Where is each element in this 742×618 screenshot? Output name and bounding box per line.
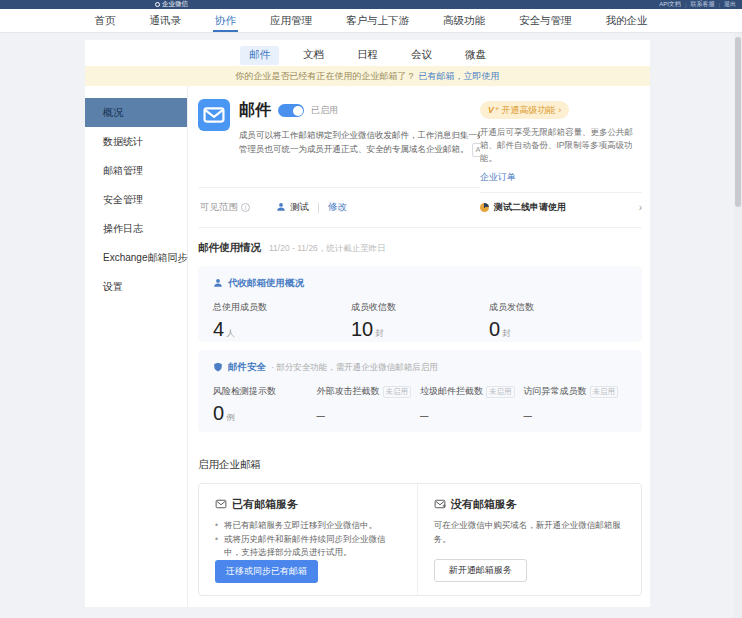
visibility-label: 可见范围 i [200,201,250,214]
nav-item-premium[interactable]: 高级功能 [426,9,502,32]
disabled-tag: 未启用 [486,386,515,398]
collab-subtabs: 邮件 文档 日程 会议 微盘 [85,44,650,66]
notice-banner: 你的企业是否已经有正在使用的企业邮箱了？ 已有邮箱，立即使用 [85,66,650,86]
collect-card-heading: 代收邮箱使用概况 [213,277,627,290]
premium-promo-panel: V⁺ 开通高级功能 › 开通后可享受无限邮箱容量、更多公共邮箱、邮件自动备份、I… [480,99,642,214]
enable-mailbox-section: 启用企业邮箱 已有邮箱服务 将已有邮箱服务立即迁移到企业微信中。 [198,458,642,596]
sidebar-item-exchange-sync[interactable]: Exchange邮箱同步 [85,243,187,272]
sidebar-item-settings[interactable]: 设置 [85,272,187,301]
divider: | [718,2,720,8]
upgrade-premium-button[interactable]: V⁺ 开通高级功能 › [480,101,569,119]
nav-item-security[interactable]: 安全与管理 [502,9,589,32]
nav-item-my-company[interactable]: 我的企业 [589,9,665,32]
wework-logo-text: 企业微信 [162,0,188,9]
mail-app-text: 邮件 已启用 成员可以将工作邮箱绑定到企业微信收发邮件，工作消息归集一处； 管理… [239,99,497,157]
stat-received-mails: 成员收信数 10封 [351,301,489,339]
disabled-tag: 未启用 [383,386,412,398]
stat-total-members: 总使用成员数 4人 [213,301,351,339]
stat-abnormal-access: 访问异常成员数未启用 – [524,385,628,423]
person-icon [276,202,286,214]
nav-item-home[interactable]: 首页 [78,9,133,32]
mail-description-line1: 成员可以将工作邮箱绑定到企业微信收发邮件，工作消息归集一处； [239,129,497,143]
wework-admin-page: 企业微信 API文档 | 联系客服 | 退出 首页 通讯录 协作 应用管理 客户… [0,0,742,618]
migrate-sync-button[interactable]: 迁移或同步已有邮箱 [215,560,318,583]
wework-logo-icon [155,2,160,7]
shield-icon [213,362,223,374]
no-mailbox-heading: 没有邮箱服务 [434,497,517,512]
use-existing-mailbox-link[interactable]: 已有邮箱，立即使用 [419,70,500,83]
sidebar-item-operation-log[interactable]: 操作日志 [85,214,187,243]
trial-badge-icon [480,203,489,212]
stat-spam-blocks: 垃圾邮件拦截数未启用 – [420,385,524,423]
tab-meeting[interactable]: 会议 [402,46,441,65]
tab-docs[interactable]: 文档 [294,46,333,65]
sidebar-item-overview[interactable]: 概况 [85,98,187,127]
envelope-plus-icon [434,498,446,512]
company-orders-link[interactable]: 企业订单 [480,171,516,184]
banner-text: 你的企业是否已经有正在使用的企业邮箱了？ [236,70,416,83]
usage-heading: 邮件使用情况 11/20 - 11/26，统计截止至昨日 [198,241,642,255]
sidebar-item-mailbox-management[interactable]: 邮箱管理 [85,156,187,185]
disabled-tag: 未启用 [590,386,619,398]
collect-mailbox-card: 代收邮箱使用概况 总使用成员数 4人 成员收信数 10封 [198,266,642,342]
usage-period: 11/20 - 11/26，统计截止至昨日 [269,243,386,255]
divider [480,192,642,193]
sidebar-item-statistics[interactable]: 数据统计 [85,127,187,156]
envelope-icon [215,498,227,512]
usage-title: 邮件使用情况 [198,241,261,255]
contact-support-link[interactable]: 联系客服 [690,0,714,9]
top-bar: 企业微信 API文档 | 联系客服 | 退出 [0,0,742,9]
stat-sent-mails: 成员发信数 0封 [489,301,627,339]
main-nav: 首页 通讯录 协作 应用管理 客户与上下游 高级功能 安全与管理 我的企业 [0,9,742,33]
new-mailbox-button[interactable]: 新开通邮箱服务 [434,559,527,582]
mail-sidebar: 概况 数据统计 邮箱管理 安全管理 操作日志 Exchange邮箱同步 设置 [85,86,188,607]
sidebar-item-security-management[interactable]: 安全管理 [85,185,187,214]
tab-mail[interactable]: 邮件 [240,46,279,65]
chevron-right-icon: › [639,202,642,213]
stat-attack-blocks: 外部攻击拦截数未启用 – [317,385,421,423]
person-icon [213,278,223,290]
divider [318,203,319,213]
logout-link[interactable]: 退出 [724,0,736,9]
nav-item-collaboration[interactable]: 协作 [198,9,253,32]
usage-section: 邮件使用情况 11/20 - 11/26，统计截止至昨日 代收邮箱使用概况 [198,241,642,432]
info-icon[interactable]: i [241,203,250,212]
divider [198,227,642,228]
mail-security-card: 邮件安全 · 部分安全功能，需开通企业微信邮箱后启用 风险检测提示数 0例 外部… [198,350,642,432]
page-title: 邮件 [239,100,271,121]
enable-section-title: 启用企业邮箱 [198,458,642,472]
premium-description: 开通后可享受无限邮箱容量、更多公共邮箱、邮件自动备份、IP限制等多项高级功能。 [480,126,642,166]
chevron-right-icon: › [558,105,561,115]
card-body: 概况 数据统计 邮箱管理 安全管理 操作日志 Exchange邮箱同步 设置 [85,86,650,607]
mail-description: 成员可以将工作邮箱绑定到企业微信收发邮件，工作消息归集一处； 管理员也可统一为成… [239,129,497,157]
tab-calendar[interactable]: 日程 [348,46,387,65]
mail-enabled-toggle[interactable] [278,104,304,117]
nav-item-contacts[interactable]: 通讯录 [133,9,199,32]
scrollbar-track [734,33,742,618]
tab-drive[interactable]: 微盘 [456,46,495,65]
main-panel: 邮件 已启用 成员可以将工作邮箱绑定到企业微信收发邮件，工作消息归集一处； 管理… [188,86,650,607]
security-stats: 风险检测提示数 0例 外部攻击拦截数未启用 – 垃圾邮件拦截数未启用 – [213,385,627,423]
has-mailbox-bullets: 将已有邮箱服务立即迁移到企业微信中。 或将历史邮件和新邮件持续同步到企业微信中，… [215,519,401,560]
mail-description-line2: 管理员也可统一为成员开通正式、安全的专属域名企业邮箱。API ▾ [239,143,497,157]
mail-app-icon [198,99,230,157]
top-links: API文档 | 联系客服 | 退出 [659,0,736,9]
security-card-heading: 邮件安全 · 部分安全功能，需开通企业微信邮箱后启用 [213,361,627,374]
status-text: 已启用 [311,104,338,117]
nav-item-apps[interactable]: 应用管理 [253,9,329,32]
bullet-item: 将已有邮箱服务立即迁移到企业微信中。 [215,519,401,533]
visibility-value: 测试 [276,201,309,214]
security-note: · 部分安全功能，需开通企业微信邮箱后启用 [271,362,438,374]
scrollbar-thumb[interactable] [735,37,741,207]
api-docs-link[interactable]: API文档 [659,0,681,9]
edit-visibility-link[interactable]: 修改 [328,201,347,214]
collect-stats: 总使用成员数 4人 成员收信数 10封 成员发信数 0封 [213,301,627,339]
divider: | [685,2,687,8]
trial-apply-entry[interactable]: 测试二线申请使用 › [480,201,642,214]
mail-title-row: 邮件 已启用 [239,100,497,121]
nav-item-customers[interactable]: 客户与上下游 [329,9,426,32]
bullet-item: 或将历史邮件和新邮件持续同步到企业微信中，支持选择部分成员进行试用。 [215,533,401,560]
no-mailbox-option: 没有邮箱服务 可在企业微信中购买域名，新开通企业微信邮箱服务。 新开通邮箱服务 [418,484,641,595]
content-card: 邮件 文档 日程 会议 微盘 你的企业是否已经有正在使用的企业邮箱了？ 已有邮箱… [85,40,650,607]
mail-app-header: 邮件 已启用 成员可以将工作邮箱绑定到企业微信收发邮件，工作消息归集一处； 管理… [198,99,642,187]
